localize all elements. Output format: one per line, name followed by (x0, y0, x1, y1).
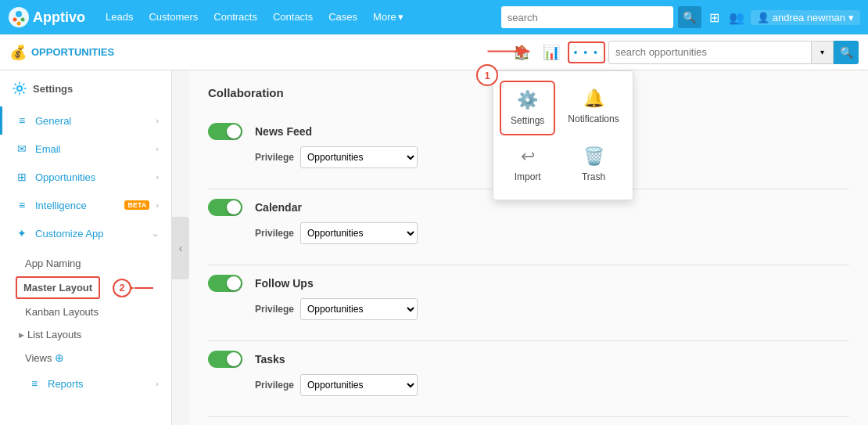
tasks-privilege-select[interactable]: Opportunities (300, 374, 418, 396)
svg-point-4 (17, 22, 21, 26)
user-name: andrea newman (773, 12, 845, 23)
sidebar-item-email[interactable]: ✉ Email › (0, 135, 171, 163)
more-options-button[interactable]: • • • (568, 41, 605, 63)
sidebar-item-opportunities[interactable]: ⊞ Opportunities › (0, 163, 171, 191)
news-feed-privilege-label: Privilege (255, 152, 294, 163)
sidebar-item-general[interactable]: ≡ General › (0, 106, 171, 135)
tasks-privilege-row: Privilege Opportunities (208, 371, 849, 405)
user-avatar-icon: 👤 (757, 12, 769, 23)
sidebar: Settings ≡ General › ✉ Email › ⊞ Opportu… (0, 70, 172, 425)
logo[interactable]: Apptivo (8, 6, 85, 28)
calendar-privilege-row: Privilege Opportunities (208, 219, 849, 254)
follow-ups-toggle[interactable] (208, 275, 242, 292)
nav-icons: ⊞ 👥 👤 andrea newman ▾ (706, 7, 860, 28)
home-button[interactable]: 🏠 (508, 41, 535, 64)
search-opportunities-input[interactable] (608, 41, 812, 64)
news-feed-label: News Feed (255, 125, 312, 138)
nav-contacts[interactable]: Contacts (265, 0, 321, 34)
annotation-arrow-2 (131, 280, 155, 296)
email-arrow-icon: › (156, 144, 159, 153)
sidebar-item-customize[interactable]: ✦ Customize App ⌄ (0, 219, 171, 247)
follow-ups-privilege-select[interactable]: Opportunities (300, 298, 418, 320)
svg-point-6 (17, 86, 22, 91)
nav-more-chevron: ▾ (398, 0, 404, 34)
follow-ups-row: Follow Ups (208, 265, 849, 295)
popup-notifications[interactable]: 🔔 Notifications (558, 81, 628, 135)
tasks-toggle[interactable] (208, 351, 242, 368)
sidebar-item-intelligence[interactable]: ≡ Intelligence BETA › (0, 191, 171, 219)
opportunities-arrow-icon: › (156, 172, 159, 182)
opportunities-label: OPPORTUNITIES (31, 46, 114, 58)
news-feed-privilege-select[interactable]: Opportunities (300, 146, 418, 168)
popup-notifications-label: Notifications (568, 113, 619, 124)
intelligence-arrow-icon: › (156, 200, 159, 210)
follow-ups-privilege-row: Privilege Opportunities (208, 295, 849, 330)
follow-ups-section: Follow Ups Privilege Opportunities (208, 265, 849, 341)
views-plus-icon[interactable]: ⊕ (55, 351, 64, 364)
search-area: 🔍 (501, 6, 701, 28)
customize-icon: ✦ (15, 227, 29, 240)
global-search-button[interactable]: 🔍 (678, 6, 701, 28)
popup-import-label: Import (515, 171, 541, 182)
user-menu-chevron: ▾ (848, 12, 854, 23)
annotation-2: 2 (113, 279, 131, 297)
nav-leads[interactable]: Leads (98, 0, 141, 34)
search-opp-dropdown[interactable]: ▾ (812, 41, 834, 64)
dropdown-popup: ⚙️ Settings 🔔 Notifications ↩ Import 🗑️ … (493, 70, 633, 200)
opportunities-sidebar-label: Opportunities (35, 171, 149, 183)
news-feed-toggle[interactable] (208, 123, 242, 140)
trash-bin-icon: 🗑️ (583, 146, 604, 167)
follow-ups-label: Follow Ups (255, 277, 314, 290)
reports-label: Reports (48, 378, 149, 390)
users-icon-button[interactable]: 👥 (726, 7, 748, 28)
user-menu[interactable]: 👤 andrea newman ▾ (751, 10, 860, 25)
nav-contracts[interactable]: Contracts (206, 0, 265, 34)
tasks-label: Tasks (255, 353, 285, 366)
kanban-layouts-item[interactable]: Kanban Layouts (0, 301, 171, 323)
chart-button[interactable]: 📊 (538, 41, 565, 64)
opportunities-title: 💰 OPPORTUNITIES (9, 44, 114, 61)
email-icon: ✉ (15, 142, 29, 155)
email-label: Email (35, 143, 149, 155)
popup-settings[interactable]: ⚙️ Settings (500, 81, 555, 135)
import-arrow-icon: ↩ (521, 146, 535, 167)
grid-icon-button[interactable]: ⊞ (706, 7, 723, 28)
calendar-toggle[interactable] (208, 199, 242, 216)
popup-import[interactable]: ↩ Import (500, 139, 555, 190)
global-search-input[interactable] (501, 6, 673, 28)
reports-icon: ≡ (27, 377, 41, 390)
tasks-row: Tasks (208, 341, 849, 371)
list-layouts-item[interactable]: List Layouts (0, 323, 171, 346)
money-icon: 💰 (9, 44, 27, 61)
call-logs-row: Call Logs (208, 417, 849, 425)
sub-header: 💰 OPPORTUNITIES 🏠 📊 • • • ▾ 🔍 ⚙️ Setting… (0, 34, 868, 70)
general-icon: ≡ (15, 114, 29, 127)
tasks-section: Tasks Privilege Opportunities (208, 341, 849, 417)
customize-arrow-icon: ⌄ (152, 229, 159, 239)
views-item: Views ⊕ (0, 346, 171, 369)
svg-point-3 (21, 18, 25, 22)
nav-cases[interactable]: Cases (321, 0, 365, 34)
follow-ups-privilege-label: Privilege (255, 304, 294, 315)
nav-more[interactable]: More ▾ (365, 0, 411, 34)
logo-text: Apptivo (33, 9, 85, 26)
call-logs-section: Call Logs Privilege Opportunities (208, 417, 849, 425)
app-naming-item[interactable]: App Naming (0, 252, 171, 275)
search-opp-button[interactable]: 🔍 (834, 41, 859, 64)
calendar-section: Calendar Privilege Opportunities (208, 189, 849, 265)
nav-more-label: More (373, 0, 396, 34)
calendar-privilege-select[interactable]: Opportunities (300, 222, 418, 244)
nav-customers[interactable]: Customers (141, 0, 206, 34)
calendar-label: Calendar (255, 201, 302, 214)
sidebar-item-reports[interactable]: ≡ Reports › (0, 369, 171, 398)
popup-trash[interactable]: 🗑️ Trash (558, 139, 628, 190)
collapse-sidebar-button[interactable]: ‹ (172, 217, 189, 279)
svg-point-2 (13, 18, 17, 22)
general-label: General (35, 115, 149, 127)
popup-settings-label: Settings (511, 115, 544, 126)
calendar-privilege-label: Privilege (255, 228, 294, 239)
customize-label: Customize App (35, 228, 145, 240)
logo-icon (8, 6, 30, 28)
master-layout-item[interactable]: Master Layout (16, 276, 100, 299)
nav-links: Leads Customers Contracts Contacts Cases… (98, 0, 411, 34)
